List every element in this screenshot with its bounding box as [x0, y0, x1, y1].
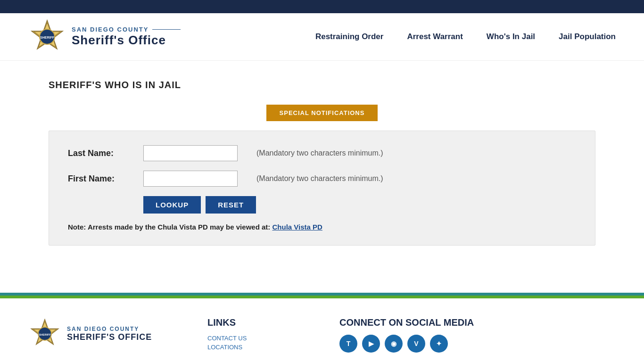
first-name-label: First Name: — [68, 174, 143, 184]
last-name-row: Last Name: (Mandatory two characters min… — [68, 145, 576, 161]
form-buttons: LOOKUP RESET — [143, 196, 576, 214]
footer-sheriff-text: SHERIFF'S OFFICE — [67, 332, 152, 342]
footer-social-section: CONNECT ON SOCIAL MEDIA T ▶ ◉ V ✦ — [339, 317, 474, 353]
footer-links-title: LINKS — [207, 317, 302, 328]
reset-button[interactable]: RESET — [206, 196, 256, 214]
instagram-icon[interactable]: ◉ — [385, 335, 403, 353]
footer-text-right: SAN DIEGO COUNTY SHERIFF'S OFFICE — [67, 326, 152, 342]
search-form-box: Last Name: (Mandatory two characters min… — [49, 131, 595, 246]
svg-text:SHERIFF: SHERIFF — [40, 36, 55, 39]
first-name-input[interactable] — [143, 171, 238, 187]
footer-logo-inner: SHERIFF SAN DIEGO COUNTY SHERIFF'S OFFIC… — [28, 317, 152, 350]
sheriff-badge-icon: SHERIFF — [28, 18, 66, 56]
first-name-hint: (Mandatory two characters minimum.) — [256, 174, 383, 183]
footer-logo-area: SHERIFF SAN DIEGO COUNTY SHERIFF'S OFFIC… — [28, 317, 170, 350]
main-content: SHERIFF'S WHO IS IN JAIL SPECIAL NOTIFIC… — [20, 61, 624, 274]
main-nav: Restraining Order Arrest Warrant Who's I… — [315, 32, 616, 41]
logo-area: SHERIFF SAN DIEGO COUNTY Sheriff's Offic… — [28, 18, 181, 56]
logo-text: SAN DIEGO COUNTY Sheriff's Office — [72, 26, 181, 48]
special-notifications-button[interactable]: SPECIAL NOTIFICATIONS — [266, 105, 378, 121]
vimeo-icon[interactable]: V — [407, 335, 425, 353]
social-icons-container: T ▶ ◉ V ✦ — [339, 335, 474, 353]
svg-text:SHERIFF: SHERIFF — [39, 333, 51, 336]
footer-dividers — [0, 293, 644, 298]
nextdoor-icon[interactable]: ✦ — [430, 335, 448, 353]
logo-sheriff-text: Sheriff's Office — [72, 33, 181, 48]
footer-san-diego-text: SAN DIEGO COUNTY — [67, 326, 152, 332]
footer-link-locations[interactable]: LOCATIONS — [207, 344, 302, 351]
page-title: SHERIFF'S WHO IS IN JAIL — [49, 80, 595, 90]
footer-links-section: LINKS CONTACT US LOCATIONS — [207, 317, 302, 353]
note-row: Note: Arrests made by the Chula Vista PD… — [68, 223, 576, 231]
logo-san-diego-text: SAN DIEGO COUNTY — [72, 26, 181, 33]
nav-whos-in-jail[interactable]: Who's In Jail — [487, 32, 535, 41]
nav-arrest-warrant[interactable]: Arrest Warrant — [407, 32, 462, 41]
first-name-row: First Name: (Mandatory two characters mi… — [68, 171, 576, 187]
chula-vista-link[interactable]: Chula Vista PD — [272, 223, 322, 231]
nav-restraining-order[interactable]: Restraining Order — [315, 32, 384, 41]
top-bar — [0, 0, 644, 13]
youtube-icon[interactable]: ▶ — [362, 335, 380, 353]
footer: SHERIFF SAN DIEGO COUNTY SHERIFF'S OFFIC… — [0, 298, 644, 362]
twitter-icon[interactable]: T — [339, 335, 357, 353]
footer-social-title: CONNECT ON SOCIAL MEDIA — [339, 317, 474, 328]
footer-link-contact[interactable]: CONTACT US — [207, 335, 302, 342]
lookup-button[interactable]: LOOKUP — [143, 196, 201, 214]
last-name-hint: (Mandatory two characters minimum.) — [256, 149, 383, 157]
last-name-label: Last Name: — [68, 148, 143, 158]
last-name-input[interactable] — [143, 145, 238, 161]
header: SHERIFF SAN DIEGO COUNTY Sheriff's Offic… — [0, 13, 644, 61]
nav-jail-population[interactable]: Jail Population — [559, 32, 616, 41]
note-text: Note: Arrests made by the Chula Vista PD… — [68, 223, 270, 231]
notifications-container: SPECIAL NOTIFICATIONS — [49, 105, 595, 121]
footer-badge-icon: SHERIFF — [28, 317, 61, 350]
